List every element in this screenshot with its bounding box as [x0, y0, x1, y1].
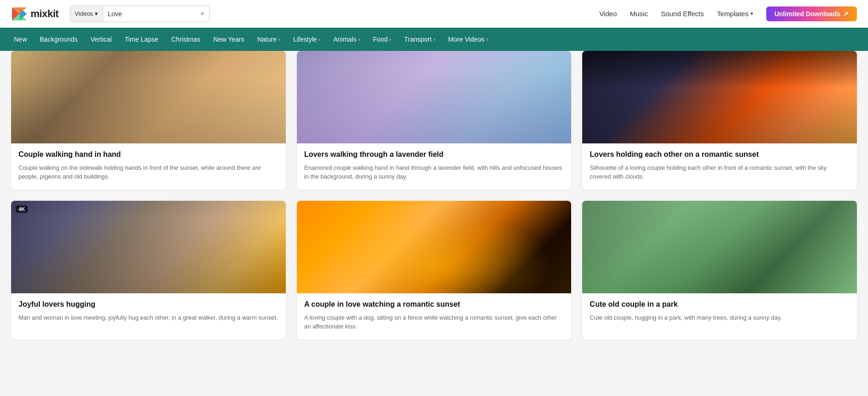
video-thumbnail-2: [297, 51, 572, 143]
video-thumbnail-3: [582, 51, 857, 143]
video-desc-5: A loving couple with a dog, sitting on a…: [304, 313, 564, 331]
search-bar: Videos ▾ ×: [70, 6, 210, 22]
main-nav: Video Music Sound Effects Templates Unli…: [599, 6, 857, 21]
cat-vertical[interactable]: Vertical: [84, 28, 118, 51]
video-title-1: Couple walking hand in hand: [18, 150, 278, 160]
clear-search-button[interactable]: ×: [196, 10, 209, 18]
video-desc-6: Cute old couple, hugging in a park, with…: [590, 313, 850, 322]
logo[interactable]: mixkit: [11, 6, 59, 22]
video-title-6: Cute old couple in a park: [590, 300, 850, 309]
dropdown-arrow-icon: ▾: [95, 10, 98, 17]
nav-video[interactable]: Video: [599, 10, 617, 18]
cat-lifestyle[interactable]: Lifestyle›: [287, 28, 327, 51]
nav-templates[interactable]: Templates: [717, 10, 753, 18]
external-link-icon: ↗: [843, 10, 849, 18]
cat-transport[interactable]: Transport›: [398, 28, 442, 51]
video-card-4[interactable]: 4K Joyful lovers hugging Man and woman i…: [11, 201, 286, 340]
video-info-2: Lovers walking through a lavender field …: [297, 143, 572, 190]
cat-nature[interactable]: Nature›: [251, 28, 287, 51]
lifestyle-arrow-icon: ›: [319, 37, 320, 42]
video-desc-3: Silhouette of a loving couple holding ea…: [590, 163, 850, 181]
video-info-3: Lovers holding each other on a romantic …: [582, 143, 857, 190]
category-nav: New Backgrounds Vertical Time Lapse Chri…: [0, 28, 868, 51]
cat-backgrounds[interactable]: Backgrounds: [33, 28, 84, 51]
unlimited-downloads-button[interactable]: Unlimited Downloads ↗: [766, 6, 857, 21]
video-card-3[interactable]: Lovers holding each other on a romantic …: [582, 51, 857, 190]
badge-4k: 4K: [16, 205, 28, 213]
cat-time-lapse[interactable]: Time Lapse: [118, 28, 165, 51]
video-thumbnail-5: [297, 201, 572, 293]
nav-music[interactable]: Music: [630, 10, 648, 18]
video-title-5: A couple in love watching a romantic sun…: [304, 300, 564, 309]
video-card-1[interactable]: Couple walking hand in hand Couple walki…: [11, 51, 286, 190]
video-title-3: Lovers holding each other on a romantic …: [590, 150, 850, 160]
video-title-4: Joyful lovers hugging: [18, 300, 278, 309]
video-thumbnail-4: 4K: [11, 201, 286, 293]
video-card-5[interactable]: A couple in love watching a romantic sun…: [297, 201, 572, 340]
video-info-5: A couple in love watching a romantic sun…: [297, 293, 572, 340]
video-grid: Couple walking hand in hand Couple walki…: [11, 51, 857, 340]
search-type-label: Videos: [75, 10, 93, 17]
video-info-4: Joyful lovers hugging Man and woman in l…: [11, 293, 286, 330]
video-desc-4: Man and woman in love meeting, joyfully …: [18, 313, 278, 322]
video-title-2: Lovers walking through a lavender field: [304, 150, 564, 160]
food-arrow-icon: ›: [389, 37, 391, 42]
unlimited-label: Unlimited Downloads: [775, 10, 840, 18]
cat-animals[interactable]: Animals›: [327, 28, 366, 51]
video-info-6: Cute old couple in a park Cute old coupl…: [582, 293, 857, 330]
main-content: Couple walking hand in hand Couple walki…: [0, 51, 868, 351]
search-input[interactable]: [103, 10, 196, 18]
video-desc-1: Couple walking on the sidewalk holding h…: [18, 163, 278, 181]
more-videos-arrow-icon: ›: [486, 37, 488, 42]
nav-sound-effects[interactable]: Sound Effects: [661, 10, 704, 18]
cat-more-videos[interactable]: More Videos›: [442, 28, 494, 51]
video-info-1: Couple walking hand in hand Couple walki…: [11, 143, 286, 190]
logo-text: mixkit: [31, 8, 59, 20]
video-card-6[interactable]: Cute old couple in a park Cute old coupl…: [582, 201, 857, 340]
transport-arrow-icon: ›: [433, 37, 435, 42]
video-card-2[interactable]: Lovers walking through a lavender field …: [297, 51, 572, 190]
video-thumbnail-1: [11, 51, 286, 143]
video-thumbnail-6: [582, 201, 857, 293]
cat-christmas[interactable]: Christmas: [165, 28, 207, 51]
video-desc-2: Enamored couple walking hand in hand thr…: [304, 163, 564, 181]
animals-arrow-icon: ›: [358, 37, 360, 42]
cat-new[interactable]: New: [7, 28, 33, 51]
cat-food[interactable]: Food›: [366, 28, 398, 51]
header: mixkit Videos ▾ × Video Music Sound Effe…: [0, 0, 868, 28]
nature-arrow-icon: ›: [278, 37, 280, 42]
logo-icon: [11, 6, 28, 22]
search-dropdown[interactable]: Videos ▾: [70, 6, 104, 22]
cat-new-years[interactable]: New Years: [207, 28, 251, 51]
